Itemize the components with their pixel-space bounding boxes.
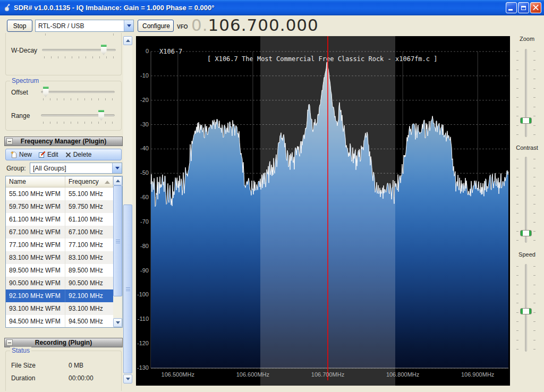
- scroll-down-button[interactable]: [113, 318, 122, 327]
- contrast-slider-thumb[interactable]: [520, 230, 532, 236]
- table-body: 55.100 MHz WFM55.100 MHz59.750 MHz WFM59…: [6, 188, 122, 328]
- range-slider-ticks: [43, 122, 113, 124]
- scroll-down-button[interactable]: [123, 374, 132, 384]
- file-size-label: File Size: [11, 362, 36, 369]
- db-tick-label: 0: [136, 48, 149, 54]
- cell-name: 83.100 MHz WFM: [6, 251, 65, 264]
- wdecay-slider-thumb[interactable]: [101, 45, 107, 55]
- column-header-frequency[interactable]: Frequency: [65, 176, 113, 187]
- db-tick-label: -120: [136, 340, 149, 346]
- db-tick-label: -20: [136, 97, 149, 103]
- table-row[interactable]: 77.100 MHz WFM77.100 MHz: [6, 238, 122, 251]
- new-button[interactable]: New: [8, 150, 34, 159]
- cell-name: 93.100 MHz WFM: [6, 302, 65, 315]
- spectrum-plot[interactable]: [136, 36, 510, 386]
- zoom-label: Zoom: [510, 36, 544, 42]
- frequency-display[interactable]: 0.106.700.000: [191, 15, 319, 35]
- column-header-name[interactable]: Name: [6, 176, 65, 187]
- chevron-down-icon[interactable]: [124, 20, 133, 31]
- recording-header[interactable]: Recording (Plugin): [4, 338, 123, 347]
- frequency-table: Name Frequency 55.100 MHz WFM55.100 MHz5…: [5, 176, 123, 328]
- panel-scrollbar[interactable]: [123, 36, 132, 384]
- spectrum-display[interactable]: X106-7 [ X106.7 The Most Commercial Free…: [136, 36, 510, 386]
- db-tick-label: -60: [136, 194, 149, 200]
- scroll-up-button[interactable]: [113, 176, 122, 185]
- scroll-up-button[interactable]: [123, 36, 132, 45]
- file-size-value: 0 MB: [69, 362, 83, 369]
- speed-slider[interactable]: [513, 264, 539, 352]
- table-row[interactable]: 59.750 MHz WFM59.750 MHz: [6, 200, 122, 213]
- source-value: RTL-SDR / USB: [36, 22, 124, 30]
- range-slider-thumb[interactable]: [98, 110, 104, 121]
- table-row[interactable]: 93.100 MHz WFM93.100 MHz: [6, 302, 122, 315]
- zoom-slider-track[interactable]: [525, 49, 527, 137]
- cell-frequency: 89.500 MHz: [65, 264, 113, 277]
- scrollbar-thumb[interactable]: [123, 204, 132, 373]
- table-row[interactable]: 92.100 MHz WFM92.100 MHz: [6, 289, 122, 302]
- cell-name: 90.500 MHz WFM: [6, 277, 65, 289]
- delete-label: Delete: [73, 151, 92, 158]
- edit-button[interactable]: Edit: [36, 150, 61, 159]
- table-row[interactable]: 89.500 MHz WFM89.500 MHz: [6, 264, 122, 277]
- range-slider[interactable]: [41, 114, 115, 116]
- titlebar[interactable]: SDR# v1.0.0.1135 - IQ Imbalance: Gain = …: [0, 0, 544, 15]
- scrollbar-thumb[interactable]: [113, 185, 122, 296]
- cell-name: 59.750 MHz WFM: [6, 200, 65, 213]
- spectrum-groupbox: Spectrum Offset Range: [5, 81, 122, 131]
- contrast-slider[interactable]: [513, 157, 539, 243]
- table-row[interactable]: 61.100 MHz WFM61.100 MHz: [6, 213, 122, 226]
- cell-name: 55.100 MHz WFM: [6, 188, 65, 200]
- spectrum-group-title: Spectrum: [10, 77, 40, 84]
- offset-slider[interactable]: [41, 91, 115, 93]
- close-button[interactable]: [530, 2, 541, 13]
- table-header: Name Frequency: [6, 176, 122, 188]
- restore-button[interactable]: [518, 2, 529, 13]
- table-row[interactable]: 94.500 MHz WFM94.500 MHz: [6, 315, 122, 328]
- cell-frequency: 77.100 MHz: [65, 238, 113, 251]
- cell-frequency: 55.100 MHz: [65, 188, 113, 200]
- group-label: Group:: [6, 165, 26, 172]
- speed-slider-ticks: [516, 266, 518, 350]
- range-label: Range: [11, 112, 30, 120]
- configure-button[interactable]: Configure: [138, 20, 174, 32]
- offset-slider-thumb[interactable]: [43, 87, 49, 97]
- table-row[interactable]: 83.100 MHz WFM83.100 MHz: [6, 251, 122, 264]
- contrast-slider-ticks: [516, 159, 518, 241]
- cell-frequency: 67.100 MHz: [65, 226, 113, 238]
- zoom-slider[interactable]: [513, 49, 539, 137]
- zoom-slider-thumb[interactable]: [520, 117, 532, 124]
- sort-ascending-icon: [105, 181, 110, 184]
- minimize-button[interactable]: [506, 2, 517, 13]
- edit-label: Edit: [47, 151, 58, 158]
- cell-frequency: 59.750 MHz: [65, 200, 113, 213]
- db-tick-label: -50: [136, 169, 149, 176]
- cell-frequency: 93.100 MHz: [65, 302, 113, 315]
- table-row[interactable]: 90.500 MHz WFM90.500 MHz: [6, 277, 122, 289]
- wdecay-label: W-Decay: [11, 47, 37, 54]
- speed-slider-thumb[interactable]: [520, 308, 532, 314]
- cell-name: 67.100 MHz WFM: [6, 226, 65, 238]
- new-label: New: [19, 151, 32, 158]
- collapse-icon[interactable]: [6, 339, 13, 346]
- new-icon: [10, 151, 18, 158]
- table-row[interactable]: 67.100 MHz WFM67.100 MHz: [6, 226, 122, 238]
- cell-name: 77.100 MHz WFM: [6, 238, 65, 251]
- cell-frequency: 92.100 MHz: [65, 289, 113, 302]
- table-scrollbar[interactable]: [113, 176, 122, 327]
- source-select[interactable]: RTL-SDR / USB: [35, 20, 134, 32]
- db-tick-label: -100: [136, 291, 149, 297]
- group-select[interactable]: [All Groups]: [30, 163, 122, 174]
- delete-button[interactable]: Delete: [63, 150, 94, 159]
- frequency-manager-header[interactable]: Frequency Manager (Plugin): [4, 137, 123, 146]
- frequency-digits: 106.700.000: [208, 15, 319, 35]
- speed-slider-ticks: [533, 266, 536, 350]
- collapse-icon[interactable]: [6, 138, 13, 144]
- chevron-down-icon[interactable]: [112, 163, 122, 173]
- table-row[interactable]: 55.100 MHz WFM55.100 MHz: [6, 188, 122, 200]
- stop-button[interactable]: Stop: [7, 20, 32, 32]
- zoom-slider-ticks: [516, 51, 518, 135]
- wdecay-slider[interactable]: [42, 49, 116, 51]
- frequency-tick-label: 106.600MHz: [233, 371, 273, 378]
- offset-label: Offset: [11, 89, 28, 96]
- frequency-manager-toolstrip: New Edit Delete: [5, 149, 122, 160]
